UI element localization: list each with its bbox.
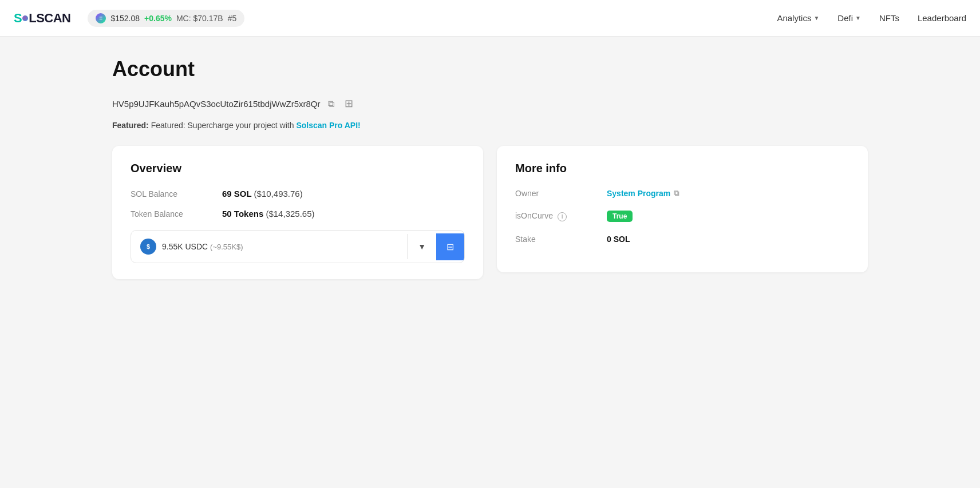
solscan-pro-api-link[interactable]: Solscan Pro API!: [296, 121, 360, 130]
token-approx: (~9.55K$): [210, 243, 243, 251]
qr-code-button[interactable]: ⊞: [342, 97, 355, 110]
info-circle-icon[interactable]: i: [558, 212, 567, 221]
overview-card-title: Overview: [131, 162, 465, 175]
analytics-nav-link[interactable]: Analytics ▼: [777, 13, 819, 23]
nfts-nav-link[interactable]: NFTs: [879, 13, 899, 23]
token-balance-row: Token Balance 50 Tokens ($14,325.65): [131, 209, 465, 219]
rank-badge: #5: [228, 14, 237, 23]
page-title: Account: [112, 57, 868, 81]
wallet-icon: ⊟: [446, 241, 454, 252]
token-amount: 9.55K USDC (~9.55K$): [162, 242, 243, 251]
more-info-card: More info Owner System Program ⧉ isOnCur…: [497, 146, 868, 272]
token-widget: $ 9.55K USDC (~9.55K$) ▼ ⊟: [131, 230, 465, 263]
owner-row: Owner System Program ⧉: [515, 189, 849, 198]
wallet-address: HV5p9UJFKauh5pAQvS3ocUtoZir615tbdjWwZr5x…: [112, 99, 320, 109]
logo-text: LSCAN: [29, 11, 70, 26]
sol-balance-usd: ($10,493.76): [254, 189, 303, 199]
qr-code-icon: ⊞: [345, 98, 353, 109]
is-on-curve-value: True: [607, 211, 633, 222]
system-program-link[interactable]: System Program ⧉: [607, 189, 683, 198]
copy-owner-icon[interactable]: ⧉: [674, 189, 683, 198]
sol-balance-label: SOL Balance: [131, 189, 222, 199]
stake-row: Stake 0 SOL: [515, 235, 849, 244]
owner-value: System Program ⧉: [607, 189, 683, 198]
featured-text: Featured: Supercharge your project with: [151, 121, 297, 130]
usdc-icon: $: [140, 239, 156, 255]
token-balance-label: Token Balance: [131, 209, 222, 219]
stake-value: 0 SOL: [607, 235, 630, 244]
nav-links: Analytics ▼ Defi ▼ NFTs Leaderboard: [777, 13, 966, 23]
sol-balance-row: SOL Balance 69 SOL ($10,493.76): [131, 189, 465, 199]
address-row: HV5p9UJFKauh5pAQvS3ocUtoZir615tbdjWwZr5x…: [112, 97, 868, 110]
main-content: Account HV5p9UJFKauh5pAQvS3ocUtoZir615tb…: [89, 37, 891, 300]
stake-label: Stake: [515, 235, 607, 244]
logo[interactable]: SLSCAN: [14, 11, 70, 26]
owner-label: Owner: [515, 189, 607, 198]
more-info-title: More info: [515, 162, 849, 175]
cards-row: Overview SOL Balance 69 SOL ($10,493.76)…: [112, 146, 868, 279]
is-on-curve-row: isOnCurve i True: [515, 211, 849, 222]
token-main: $ 9.55K USDC (~9.55K$): [131, 231, 407, 263]
featured-label: Featured:: [112, 121, 149, 130]
token-balance-value: 50 Tokens ($14,325.65): [222, 209, 315, 219]
true-badge: True: [607, 211, 633, 222]
analytics-chevron-icon: ▼: [813, 15, 819, 21]
sol-price: $152.08: [110, 14, 140, 23]
sol-icon: ≡: [96, 13, 106, 23]
token-balance-usd: ($14,325.65): [266, 209, 314, 219]
navbar: SLSCAN ≡ $152.08 +0.65% MC: $70.17B #5 A…: [0, 0, 980, 37]
overview-card: Overview SOL Balance 69 SOL ($10,493.76)…: [112, 146, 483, 279]
featured-bar: Featured: Featured: Supercharge your pro…: [112, 121, 868, 130]
market-cap: MC: $70.17B: [176, 14, 223, 23]
logo-dot-icon: [22, 15, 28, 21]
is-on-curve-label: isOnCurve i: [515, 211, 607, 221]
sol-price-badge: ≡ $152.08 +0.65% MC: $70.17B #5: [88, 10, 244, 27]
token-wallet-button[interactable]: ⊟: [436, 233, 464, 260]
sol-balance-value: 69 SOL ($10,493.76): [222, 189, 303, 199]
token-dropdown-button[interactable]: ▼: [407, 234, 436, 259]
copy-address-button[interactable]: ⧉: [326, 98, 337, 110]
defi-chevron-icon: ▼: [855, 15, 861, 21]
leaderboard-nav-link[interactable]: Leaderboard: [918, 13, 966, 23]
logo-s: S: [14, 11, 22, 26]
sol-change: +0.65%: [144, 14, 172, 23]
defi-nav-link[interactable]: Defi ▼: [837, 13, 861, 23]
